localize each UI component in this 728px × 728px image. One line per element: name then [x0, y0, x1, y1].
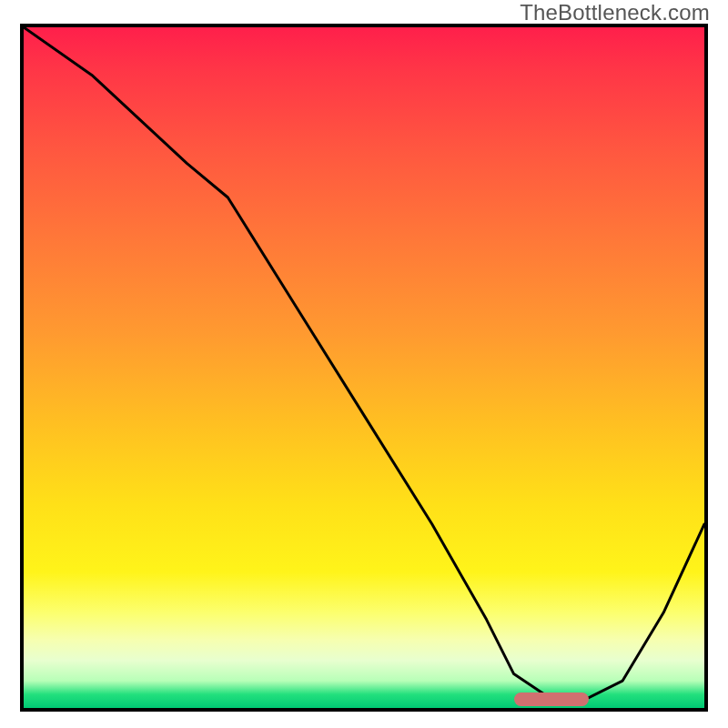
optimal-marker: [514, 693, 589, 706]
chart-container: TheBottleneck.com: [0, 0, 728, 728]
curve-path: [24, 27, 704, 702]
curve-svg: [24, 27, 704, 708]
plot-frame: [20, 24, 708, 712]
watermark-text: TheBottleneck.com: [520, 0, 710, 25]
